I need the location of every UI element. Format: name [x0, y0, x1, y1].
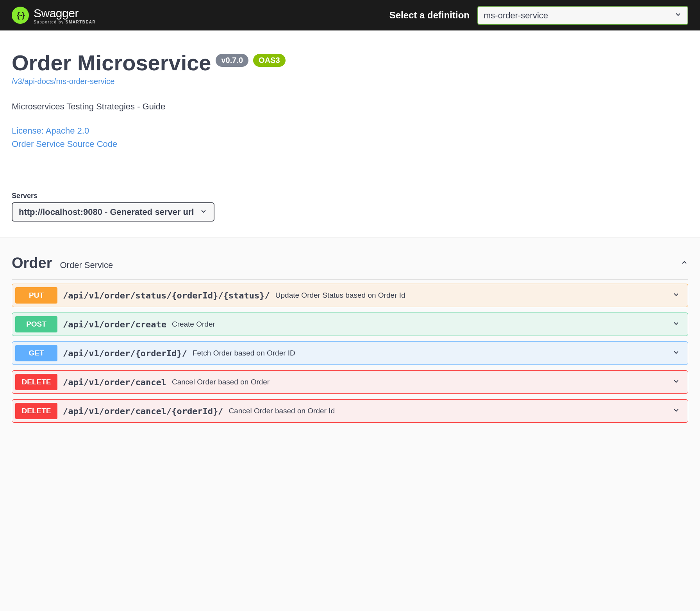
- servers-section: Servers http://localhost:9080 - Generate…: [0, 176, 700, 238]
- operation-row[interactable]: PUT/api/v1/order/status/{orderId}/{statu…: [12, 284, 688, 307]
- operation-summary: Cancel Order based on Order: [172, 378, 270, 386]
- operations-wrapper: Order Order Service PUT/api/v1/order/sta…: [0, 238, 700, 440]
- info-links: License: Apache 2.0 Order Service Source…: [12, 126, 688, 149]
- supported-by: Supported by SMARTBEAR: [34, 20, 96, 24]
- title-row: Order Microservice v0.7.0 OAS3: [12, 50, 688, 75]
- license-link[interactable]: License: Apache 2.0: [12, 126, 688, 136]
- version-badge: v0.7.0: [216, 54, 248, 67]
- tag-header[interactable]: Order Order Service: [12, 249, 688, 280]
- method-badge: PUT: [15, 287, 57, 304]
- servers-select[interactable]: http://localhost:9080 - Generated server…: [12, 203, 214, 221]
- operation-row[interactable]: GET/api/v1/order/{orderId}/Fetch Order b…: [12, 341, 688, 365]
- operation-summary: Cancel Order based on Order Id: [229, 407, 335, 415]
- info-section: Order Microservice v0.7.0 OAS3 /v3/api-d…: [0, 30, 700, 176]
- operation-summary: Update Order Status based on Order Id: [275, 291, 405, 300]
- api-docs-link[interactable]: /v3/api-docs/ms-order-service: [12, 77, 114, 86]
- swagger-logo: {··} Swagger Supported by SMARTBEAR: [12, 7, 96, 24]
- method-badge: GET: [15, 345, 57, 361]
- operation-path: /api/v1/order/{orderId}/: [63, 348, 187, 358]
- chevron-down-icon: [672, 348, 680, 358]
- chevron-down-icon: [672, 291, 680, 300]
- definition-select-wrap: ms-order-service: [477, 6, 688, 25]
- method-badge: DELETE: [15, 403, 57, 419]
- operation-summary: Create Order: [172, 320, 215, 329]
- operations-list: PUT/api/v1/order/status/{orderId}/{statu…: [12, 284, 688, 423]
- tag-description: Order Service: [60, 260, 113, 270]
- oas-badge: OAS3: [253, 54, 285, 67]
- source-code-link[interactable]: Order Service Source Code: [12, 139, 688, 149]
- topbar: {··} Swagger Supported by SMARTBEAR Sele…: [0, 0, 700, 30]
- operation-path: /api/v1/order/cancel: [63, 377, 166, 387]
- tag-name: Order: [12, 255, 52, 272]
- method-badge: POST: [15, 316, 57, 332]
- api-description: Microservices Testing Strategies - Guide: [12, 102, 688, 112]
- definition-label: Select a definition: [389, 10, 470, 21]
- operation-row[interactable]: DELETE/api/v1/order/cancel/{orderId}/Can…: [12, 399, 688, 423]
- chevron-up-icon: [680, 259, 688, 268]
- operation-row[interactable]: POST/api/v1/order/createCreate Order: [12, 313, 688, 336]
- swagger-logo-icon: {··}: [12, 7, 29, 24]
- brand-name: Swagger: [34, 7, 96, 20]
- definition-select[interactable]: ms-order-service: [478, 7, 688, 24]
- operation-path: /api/v1/order/create: [63, 320, 166, 329]
- api-title: Order Microservice: [12, 50, 211, 75]
- servers-label: Servers: [12, 192, 688, 200]
- method-badge: DELETE: [15, 374, 57, 390]
- chevron-down-icon: [672, 406, 680, 416]
- servers-select-wrap: http://localhost:9080 - Generated server…: [12, 202, 214, 222]
- operation-row[interactable]: DELETE/api/v1/order/cancelCancel Order b…: [12, 370, 688, 394]
- chevron-down-icon: [672, 320, 680, 329]
- operation-path: /api/v1/order/status/{orderId}/{status}/: [63, 291, 270, 300]
- swagger-logo-text: Swagger Supported by SMARTBEAR: [34, 7, 96, 24]
- chevron-down-icon: [672, 377, 680, 387]
- operation-summary: Fetch Order based on Order ID: [193, 349, 295, 357]
- operation-path: /api/v1/order/cancel/{orderId}/: [63, 406, 223, 416]
